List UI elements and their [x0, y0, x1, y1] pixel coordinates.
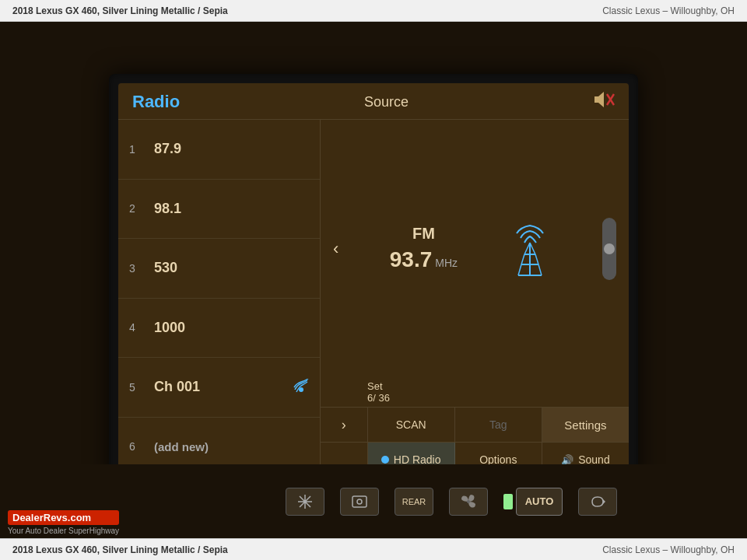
tuner-area: ‹ FM 93.7 MHz [321, 120, 629, 377]
recirculate-button[interactable] [578, 488, 617, 516]
preset-item-4[interactable]: 4 1000 [118, 299, 320, 359]
mute-icon [593, 91, 615, 113]
hd-dot-icon [381, 456, 389, 464]
set-label: Set [367, 380, 582, 392]
svg-line-10 [521, 254, 524, 264]
svg-line-13 [538, 264, 542, 275]
set-info: Set 6/ 36 [321, 377, 629, 407]
infotainment-screen: Radio Source 1 87.9 [118, 83, 629, 477]
dealer-logo-bg: DealerRevs.com [8, 510, 119, 525]
svg-line-11 [535, 254, 538, 264]
dealer-tagline: Your Auto Dealer SuperHighway [8, 527, 119, 535]
bottom-bar: 2018 Lexus GX 460, Silver Lining Metalli… [0, 538, 747, 560]
settings-label: Settings [564, 418, 606, 432]
physical-controls: DealerRevs.com Your Auto Dealer SuperHig… [0, 464, 747, 538]
preset-item-1[interactable]: 1 87.9 [118, 120, 320, 180]
auto-led [503, 494, 513, 509]
preset-num-5: 5 [129, 381, 145, 394]
tuner-frequency: 93.7 [390, 247, 433, 272]
fan-button[interactable] [449, 488, 488, 516]
screen-body: 1 87.9 2 98.1 3 530 4 1000 [118, 120, 629, 477]
preset-num-2: 2 [129, 202, 145, 215]
screen-bezel: Radio Source 1 87.9 [109, 74, 638, 486]
auto-button[interactable]: AUTO [516, 488, 563, 516]
signal-tower [509, 219, 552, 278]
svg-point-16 [357, 499, 362, 504]
preset-val-5: Ch 001 [154, 379, 200, 395]
dealer-logo-text: DealerRevs.com [12, 512, 91, 523]
preset-val-4: 1000 [154, 320, 185, 336]
source-label: Source [364, 94, 409, 110]
right-arrow-button[interactable]: › [321, 408, 368, 442]
tuner-scrollbar[interactable] [602, 218, 616, 280]
preset-val-2: 98.1 [154, 201, 181, 217]
scan-button[interactable]: SCAN [368, 408, 455, 442]
screen-header: Radio Source [118, 83, 629, 120]
svg-line-8 [524, 243, 530, 254]
rear-label: REAR [402, 497, 426, 506]
preset-panel: 1 87.9 2 98.1 3 530 4 1000 [118, 120, 321, 477]
tag-button[interactable]: Tag [455, 408, 542, 442]
tag-label: Tag [489, 418, 507, 431]
svg-point-17 [467, 500, 470, 503]
svg-point-3 [299, 387, 303, 392]
tuner-unit: MHz [435, 257, 458, 269]
tuner-left-arrow[interactable]: ‹ [333, 239, 338, 259]
top-bar-dealer: Classic Lexus – Willoughby, OH [602, 5, 735, 16]
settings-button[interactable]: Settings [542, 408, 629, 442]
tuner-band: FM [412, 225, 435, 243]
svg-point-14 [303, 500, 307, 503]
top-bar-title: 2018 Lexus GX 460, Silver Lining Metalli… [12, 5, 228, 16]
button-row-1: › SCAN Tag Settings [321, 407, 629, 442]
preset-val-1: 87.9 [154, 141, 181, 157]
tuner-freq-container: 93.7 MHz [390, 247, 458, 272]
svg-rect-15 [352, 496, 366, 507]
svg-line-9 [530, 243, 535, 254]
preset-val-3: 530 [154, 260, 177, 276]
satellite-icon [293, 379, 309, 396]
preset-item-2[interactable]: 2 98.1 [118, 180, 320, 240]
preset-num-6: 6 [129, 440, 145, 453]
svg-line-12 [518, 264, 521, 275]
preset-val-6: (add new) [154, 440, 209, 453]
svg-marker-18 [603, 499, 605, 504]
scan-label: SCAN [396, 418, 426, 431]
preset-item-3[interactable]: 3 530 [118, 239, 320, 299]
top-bar: 2018 Lexus GX 460, Silver Lining Metalli… [0, 0, 747, 22]
auto-label: AUTO [525, 495, 554, 507]
preset-num-3: 3 [129, 262, 145, 275]
dealer-logo: DealerRevs.com Your Auto Dealer SuperHig… [8, 510, 119, 535]
scroll-thumb [604, 243, 615, 254]
right-panel: ‹ FM 93.7 MHz [321, 120, 629, 477]
svg-marker-0 [594, 92, 604, 107]
bottom-bar-title: 2018 Lexus GX 460, Silver Lining Metalli… [12, 544, 228, 555]
media-button[interactable] [340, 488, 379, 516]
climate-button[interactable] [286, 488, 324, 516]
preset-item-5[interactable]: 5 Ch 001 [118, 358, 320, 418]
bottom-bar-dealer: Classic Lexus – Willoughby, OH [602, 544, 735, 555]
main-area: Radio Source 1 87.9 [0, 22, 747, 538]
set-value: 6/ 36 [367, 392, 582, 404]
preset-num-1: 1 [129, 143, 145, 156]
radio-label: Radio [132, 92, 180, 112]
control-buttons: REAR AUTO [286, 488, 617, 516]
tuner-info: FM 93.7 MHz [390, 225, 458, 272]
preset-num-4: 4 [129, 321, 145, 334]
auto-button-container: AUTO [503, 488, 563, 516]
rear-button[interactable]: REAR [395, 488, 433, 516]
